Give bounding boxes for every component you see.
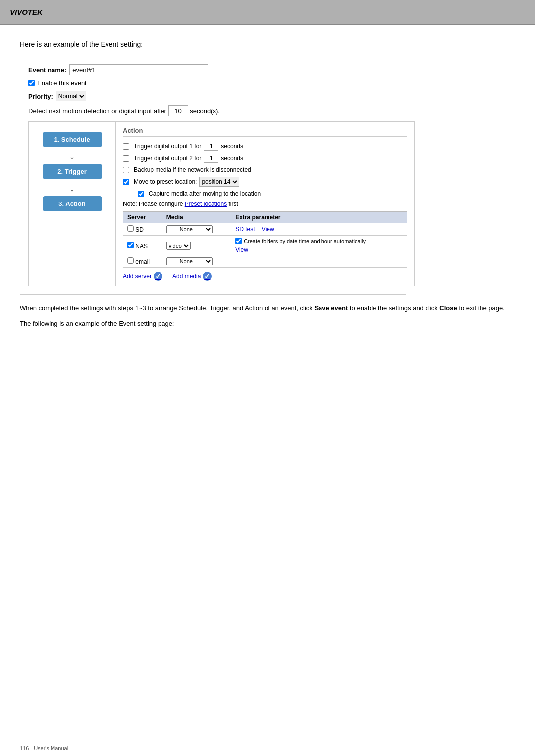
intro-text: Here is an example of the Event setting: xyxy=(20,40,515,48)
add-server-label: Add server xyxy=(123,273,152,280)
arrow-2: ↓ xyxy=(69,182,75,193)
description-text: When completed the settings with steps 1… xyxy=(20,304,313,312)
nas-label: NAS xyxy=(135,243,148,250)
add-server-icon: ✓ xyxy=(154,272,162,281)
priority-select[interactable]: Normal xyxy=(56,91,86,101)
backup-media-label: Backup media if the network is disconnec… xyxy=(134,166,251,173)
table-row: email ------None------ xyxy=(123,255,407,268)
capture-row: Capture media after moving to the locati… xyxy=(123,190,407,197)
step-schedule[interactable]: 1. Schedule xyxy=(43,132,102,147)
trigger-output-1-input[interactable] xyxy=(204,142,218,151)
add-media-button[interactable]: Add media ✓ xyxy=(172,272,212,281)
trigger-output-2-label: Trigger digital output 2 for xyxy=(134,155,201,162)
nas-media-select[interactable]: video xyxy=(166,242,191,250)
add-server-button[interactable]: Add server ✓ xyxy=(123,272,162,281)
detect-label: Detect next motion detection or digital … xyxy=(28,107,166,115)
trigger-output-2-checkbox[interactable] xyxy=(123,155,129,162)
event-form-box: Event name: Enable this event Priority: … xyxy=(20,57,406,295)
nas-extra-checkbox[interactable] xyxy=(235,238,242,244)
step-trigger[interactable]: 2. Trigger xyxy=(43,164,102,179)
note-after-text: first xyxy=(228,201,238,207)
server-media-table: Server Media Extra parameter SD xyxy=(123,211,407,268)
email-server-cell: email xyxy=(123,255,162,268)
priority-label: Priority: xyxy=(28,93,53,100)
table-row: NAS video Crea xyxy=(123,236,407,255)
arrow-1: ↓ xyxy=(69,150,75,161)
backup-media-checkbox[interactable] xyxy=(123,167,129,173)
sd-view-link[interactable]: View xyxy=(262,226,274,233)
description-end: to exit the page. xyxy=(459,304,505,312)
trigger-output-1-checkbox[interactable] xyxy=(123,143,129,150)
nas-checkbox[interactable] xyxy=(127,242,134,248)
save-event-bold: Save event xyxy=(314,304,348,312)
detect-unit: second(s). xyxy=(190,107,220,115)
move-preset-label: Move to preset location: xyxy=(134,178,197,185)
description-paragraph: When completed the settings with steps 1… xyxy=(20,303,515,314)
trigger-output-1-label: Trigger digital output 1 for xyxy=(134,143,201,150)
email-checkbox[interactable] xyxy=(127,257,134,264)
col-extra: Extra parameter xyxy=(231,212,407,223)
email-media-cell: ------None------ xyxy=(162,255,231,268)
action-title: Action xyxy=(123,127,407,137)
capture-label: Capture media after moving to the locati… xyxy=(149,190,261,197)
backup-media-row: Backup media if the network is disconnec… xyxy=(123,166,407,173)
footer: 116 - User's Manual xyxy=(0,740,535,756)
close-bold: Close xyxy=(439,304,457,312)
table-row: SD ------None------ SD test xyxy=(123,223,407,236)
enable-checkbox[interactable] xyxy=(28,80,35,86)
nas-server-cell: NAS xyxy=(123,236,162,255)
sd-extra-cell: SD test View xyxy=(231,223,407,236)
col-server: Server xyxy=(123,212,162,223)
email-label: email xyxy=(135,258,150,265)
email-media-select[interactable]: ------None------ xyxy=(166,257,213,265)
action-column: Action Trigger digital output 1 for seco… xyxy=(115,122,414,286)
trigger-output-2-unit: seconds xyxy=(221,155,243,162)
sd-checkbox[interactable] xyxy=(127,225,134,232)
sd-server-cell: SD xyxy=(123,223,162,236)
trigger-output-2-input[interactable] xyxy=(204,154,218,163)
sd-media-cell: ------None------ xyxy=(162,223,231,236)
footer-text: 116 - User's Manual xyxy=(20,745,68,751)
event-name-row: Event name: xyxy=(28,64,398,75)
event-name-label: Event name: xyxy=(28,66,66,74)
preset-location-select[interactable]: position 14 xyxy=(199,177,239,187)
detect-input[interactable] xyxy=(168,105,188,116)
steps-column: 1. Schedule ↓ 2. Trigger ↓ 3. Action xyxy=(29,122,115,286)
add-media-label: Add media xyxy=(172,273,201,280)
capture-checkbox[interactable] xyxy=(138,191,144,197)
nas-extra-cell: Create folders by date time and hour aut… xyxy=(231,236,407,255)
nas-extra-text: Create folders by date time and hour aut… xyxy=(244,238,366,244)
email-extra-cell xyxy=(231,255,407,268)
move-preset-row: Move to preset location: position 14 xyxy=(123,177,407,187)
preset-locations-link[interactable]: Preset locations xyxy=(185,201,227,207)
following-text: The following is an example of the Event… xyxy=(20,319,515,329)
nas-media-cell: video xyxy=(162,236,231,255)
col-media: Media xyxy=(162,212,231,223)
enable-row: Enable this event xyxy=(28,79,398,87)
vivotek-logo: VIVOTEK xyxy=(10,8,43,16)
sd-label: SD xyxy=(135,226,144,233)
trigger-output-2-row: Trigger digital output 2 for seconds xyxy=(123,154,407,163)
enable-label: Enable this event xyxy=(37,79,87,87)
add-buttons-row: Add server ✓ Add media ✓ xyxy=(123,272,407,281)
note-text: Note: Please configure xyxy=(123,201,183,207)
step-action[interactable]: 3. Action xyxy=(43,196,102,211)
detect-row: Detect next motion detection or digital … xyxy=(28,105,398,116)
sd-media-select[interactable]: ------None------ xyxy=(166,225,213,233)
nas-view-link[interactable]: View xyxy=(235,246,248,253)
main-layout: 1. Schedule ↓ 2. Trigger ↓ 3. Action Act… xyxy=(28,121,415,286)
desc-mid-text: to enable the settings and click xyxy=(350,304,438,312)
trigger-output-1-unit: seconds xyxy=(221,143,243,150)
priority-row: Priority: Normal xyxy=(28,91,398,101)
move-preset-checkbox[interactable] xyxy=(123,179,129,185)
trigger-output-1-row: Trigger digital output 1 for seconds xyxy=(123,142,407,151)
add-media-icon: ✓ xyxy=(203,272,212,281)
event-name-input[interactable] xyxy=(69,64,208,75)
note-row: Note: Please configure Preset locations … xyxy=(123,201,407,207)
sd-test-link[interactable]: SD test xyxy=(235,226,255,233)
